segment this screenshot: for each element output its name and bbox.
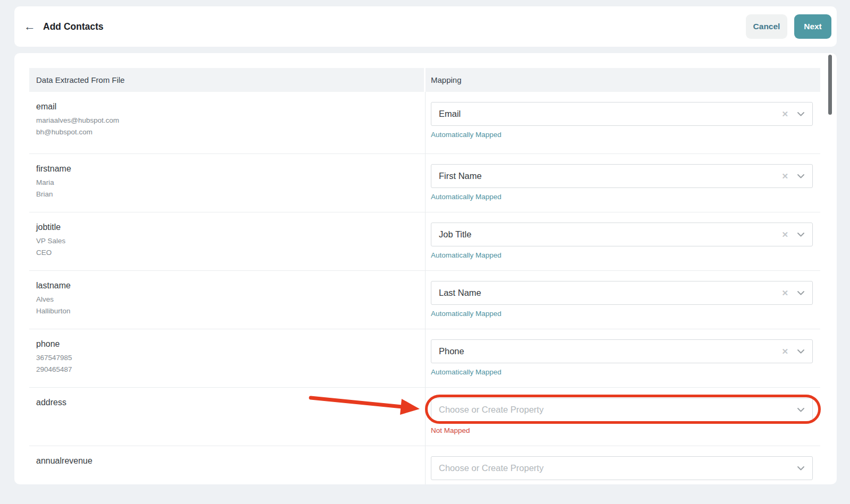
source-column-cell: firstname MariaBrian [29, 154, 425, 212]
table-row: address Choose or Create Property Not Ma… [29, 388, 820, 446]
cancel-button[interactable]: Cancel [746, 14, 787, 39]
table-row: annualrevenue Choose or Create Property [29, 446, 820, 484]
source-column-cell: lastname AlvesHalliburton [29, 271, 425, 329]
property-dropdown[interactable]: Job Title ✕ [431, 223, 813, 246]
sample-values: mariaalves@hubspot.combh@hubspot.com [36, 115, 414, 138]
mapping-status: Not Mapped [431, 426, 813, 434]
source-field-name: email [36, 102, 414, 112]
back-arrow-icon[interactable]: ← [22, 19, 38, 35]
mapping-status: Automatically Mapped [431, 193, 813, 201]
property-dropdown-value: Phone [439, 346, 781, 356]
sample-value: VP Sales [36, 235, 414, 247]
sample-value: 367547985 [36, 352, 414, 364]
chevron-down-icon [797, 407, 805, 413]
table-row: firstname MariaBrian First Name ✕ Automa… [29, 154, 820, 212]
property-dropdown-value: Job Title [439, 229, 781, 240]
source-field-name: jobtitle [36, 223, 414, 232]
property-dropdown-value: Last Name [439, 288, 781, 298]
mapping-column-cell: First Name ✕ Automatically Mapped [425, 154, 820, 212]
source-column-cell: email mariaalves@hubspot.combh@hubspot.c… [29, 92, 425, 153]
sample-value: Alves [36, 294, 414, 305]
sample-value: Maria [36, 177, 414, 189]
property-dropdown-value: Choose or Create Property [439, 463, 797, 473]
clear-icon[interactable]: ✕ [781, 347, 788, 355]
sample-values: AlvesHalliburton [36, 294, 414, 317]
vertical-scrollbar-thumb[interactable] [828, 55, 832, 115]
column-header-mapping: Mapping [426, 68, 820, 92]
chevron-down-icon [797, 291, 805, 296]
chevron-down-icon [797, 232, 805, 237]
mapping-card: Data Extracted From File Mapping email m… [14, 53, 837, 484]
table-row: lastname AlvesHalliburton Last Name ✕ Au… [29, 271, 820, 329]
mapping-column-cell: Choose or Create Property Not Mapped [425, 388, 820, 446]
sample-value: mariaalves@hubspot.com [36, 115, 414, 126]
mapping-column-cell: Choose or Create Property [425, 446, 820, 484]
mapping-table: Data Extracted From File Mapping email m… [29, 68, 820, 484]
next-button[interactable]: Next [794, 14, 831, 39]
clear-icon[interactable]: ✕ [781, 289, 788, 297]
sample-values: 367547985290465487 [36, 352, 414, 375]
source-column-cell: address [29, 388, 425, 446]
source-field-name: firstname [36, 164, 414, 174]
sample-value: bh@hubspot.com [36, 126, 414, 138]
property-dropdown[interactable]: Phone ✕ [431, 339, 813, 363]
source-field-name: annualrevenue [36, 456, 414, 466]
clear-icon[interactable]: ✕ [781, 172, 788, 180]
sample-value: Brian [36, 189, 414, 200]
property-dropdown-value: Choose or Create Property [439, 405, 797, 415]
mapping-status: Automatically Mapped [431, 368, 813, 376]
table-row: phone 367547985290465487 Phone ✕ Automat… [29, 329, 820, 388]
chevron-down-icon [797, 112, 805, 117]
sample-values: MariaBrian [36, 177, 414, 200]
source-column-cell: jobtitle VP SalesCEO [29, 212, 425, 270]
table-row: email mariaalves@hubspot.combh@hubspot.c… [29, 92, 820, 154]
chevron-down-icon [797, 466, 805, 471]
source-column-cell: annualrevenue [29, 446, 425, 484]
sample-values: VP SalesCEO [36, 235, 414, 259]
property-dropdown[interactable]: Choose or Create Property [431, 398, 813, 422]
mapping-status: Automatically Mapped [431, 251, 813, 259]
mapping-status: Automatically Mapped [431, 131, 813, 139]
clear-icon[interactable]: ✕ [781, 110, 788, 118]
property-dropdown[interactable]: Email ✕ [431, 102, 813, 126]
sample-value: Halliburton [36, 305, 414, 317]
source-field-name: phone [36, 339, 414, 349]
page-title: Add Contacts [43, 21, 746, 32]
table-row: jobtitle VP SalesCEO Job Title ✕ Automat… [29, 212, 820, 271]
top-bar: ← Add Contacts Cancel Next [14, 6, 837, 47]
mapping-column-cell: Email ✕ Automatically Mapped [425, 92, 820, 153]
source-field-name: address [36, 398, 414, 407]
mapping-column-cell: Phone ✕ Automatically Mapped [425, 329, 820, 387]
property-dropdown[interactable]: Choose or Create Property [431, 456, 813, 480]
table-header-row: Data Extracted From File Mapping [29, 68, 820, 92]
column-header-data-extracted: Data Extracted From File [29, 68, 424, 92]
chevron-down-icon [797, 174, 805, 179]
source-field-name: lastname [36, 281, 414, 291]
property-dropdown-value: First Name [439, 171, 781, 181]
mapping-column-cell: Job Title ✕ Automatically Mapped [425, 212, 820, 270]
table-body: email mariaalves@hubspot.combh@hubspot.c… [29, 92, 820, 484]
mapping-column-cell: Last Name ✕ Automatically Mapped [425, 271, 820, 329]
property-dropdown-value: Email [439, 109, 781, 119]
sample-value: 290465487 [36, 364, 414, 375]
sample-value: CEO [36, 247, 414, 259]
clear-icon[interactable]: ✕ [781, 230, 788, 238]
source-column-cell: phone 367547985290465487 [29, 329, 425, 387]
property-dropdown[interactable]: First Name ✕ [431, 164, 813, 188]
chevron-down-icon [797, 349, 805, 354]
property-dropdown[interactable]: Last Name ✕ [431, 281, 813, 305]
mapping-status: Automatically Mapped [431, 310, 813, 318]
